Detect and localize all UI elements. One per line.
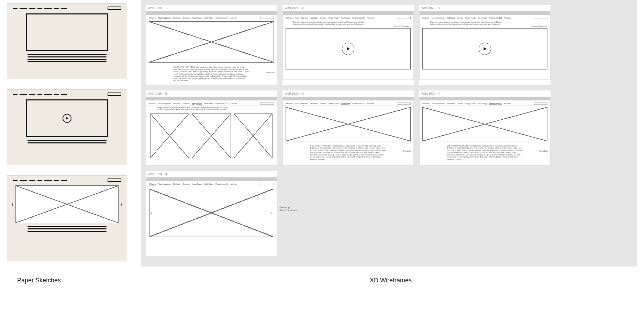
nav-item[interactable]: Exercise [457,17,463,19]
search-input[interactable] [260,183,274,185]
artboard-web-1920-2[interactable]: Web 1920 – 2 WelcomeAbout HappinessMedit… [282,5,414,85]
search-pill[interactable] [108,93,121,96]
search-input[interactable] [534,17,547,19]
nav-item[interactable]: Relationship 101 [352,102,365,105]
nav-item[interactable]: About Happiness [295,17,308,19]
nav-item[interactable]: Welcome [286,17,293,19]
artboard-web-1920-5[interactable]: Web 1920 – 5 WelcomeAbout HappinessMedit… [146,90,277,165]
nav-item[interactable]: Exercise [183,102,190,105]
nav-item[interactable]: Relationship 101 [215,17,228,19]
artboard-web-1920-3[interactable]: Web 1920 – 3 WelcomeAbout HappinessMedit… [146,171,277,256]
nav-item[interactable]: Activities [231,17,237,19]
nav-item[interactable]: Meditation [310,17,318,19]
artboard-body: WelcomeAbout HappinessMeditationExercise… [282,97,414,165]
nav-bar[interactable]: WelcomeAbout HappinessMeditationExercise… [146,16,277,20]
nav-item[interactable]: Exercise [320,17,326,19]
slider[interactable]: ‹ › [149,189,273,237]
search-input[interactable] [534,102,547,105]
chevron-right-icon[interactable]: › [270,210,272,216]
nav-bar[interactable]: WelcomeAbout HappinessMeditationExercise… [146,102,277,106]
nav-item[interactable]: Meditation [173,17,181,19]
video-player[interactable] [286,28,411,69]
artboard-web-1920-7[interactable]: Web 1920 – 7 WelcomeAbout HappinessMedit… [419,90,551,165]
chevron-left-icon[interactable]: ‹ [12,201,13,207]
chevron-right-icon[interactable]: › [121,201,122,207]
search-pill[interactable] [108,7,121,10]
nav-item[interactable]: Meditation [310,102,318,105]
nav-item[interactable]: Welcome [149,102,156,105]
nav-bar[interactable]: WelcomeAbout HappinessMeditationExercise… [283,102,413,106]
nav-item[interactable]: Work Happy [341,102,350,105]
nav-item[interactable]: Welcome [286,102,293,105]
nav-item[interactable]: About Happiness [158,102,171,105]
slider-placeholder[interactable]: ‹ › [15,185,119,223]
play-icon[interactable] [342,43,354,55]
nav-item[interactable]: Work Happy [204,183,213,185]
nav-item[interactable]: Work Happy [478,17,487,19]
video-player[interactable] [422,28,547,69]
nav-item[interactable]: Relationship 101 [489,102,502,105]
artboard-body: WelcomeAbout HappinessMeditationExercise… [146,177,277,256]
nav-item[interactable]: Work Happy [204,17,213,19]
nav-item[interactable]: Happy Foods [192,183,202,185]
nav-item[interactable]: Work Happy [478,102,487,105]
nav-item[interactable]: Exercise [457,102,463,105]
nav-item[interactable]: Exercise [183,183,190,185]
artboard-web-1920-1[interactable]: Web 1920 – 1 WelcomeAbout HappinessMedit… [146,5,277,85]
nav-bar[interactable]: WelcomeAbout HappinessMeditationExercise… [146,182,277,186]
nav-bar[interactable]: WelcomeAbout HappinessMeditationExercise… [420,102,550,106]
parallax-annotation: (Parallax) [402,150,411,152]
nav-item[interactable]: Work Happy [204,102,213,105]
nav-bar[interactable]: WelcomeAbout HappinessMeditationExercise… [283,16,413,20]
video-placeholder[interactable] [26,99,108,137]
search-input[interactable] [397,17,411,19]
play-icon[interactable] [479,43,491,55]
nav-item[interactable]: About Happiness [158,183,171,185]
nav-item[interactable]: Activities [367,102,374,105]
nav-item[interactable]: Happy Foods [192,17,202,19]
nav-item[interactable]: Activities [231,102,237,105]
artboard-web-1920-6[interactable]: Web 1920 – 6 WelcomeAbout HappinessMedit… [282,90,414,165]
search-pill[interactable] [108,178,121,182]
nav-item[interactable]: About Happiness [295,102,308,105]
nav-item[interactable]: Activities [367,17,374,19]
browser-bar [420,11,550,15]
search-input[interactable] [260,17,274,19]
nav-item[interactable]: Meditation [447,102,455,105]
text-lines [11,54,123,62]
nav-item[interactable]: Meditation [173,183,181,185]
caption-xd-wireframes: XD Wireframes [155,277,627,284]
chevron-left-icon[interactable]: ‹ [151,210,153,216]
nav-item[interactable]: Happy Foods [465,102,476,105]
nav-item[interactable]: Activities [504,102,511,105]
play-icon[interactable] [63,114,71,123]
nav-item[interactable]: About Happiness [432,102,445,105]
search-input[interactable] [397,102,411,105]
nav-item[interactable]: Welcome [422,102,430,105]
nav-item[interactable]: Exercise [183,17,190,19]
nav-item[interactable]: Welcome [422,17,430,19]
nav-bar[interactable]: WelcomeAbout HappinessMeditationExercise… [420,16,550,20]
nav-item[interactable]: Relationship 101 [215,183,228,185]
nav-item[interactable]: Activities [231,183,237,185]
nav-item[interactable]: Relationship 101 [352,17,365,19]
nav-item[interactable]: About Happiness [432,17,445,19]
nav-item[interactable]: Happy Foods [329,102,339,105]
nav-item[interactable]: Relationship 101 [215,102,228,105]
jquery-annotation: jQuery Animation [394,25,410,27]
nav-item[interactable]: Activities [504,17,511,19]
nav-item[interactable]: Relationship 101 [489,17,502,19]
search-input[interactable] [260,102,274,105]
artboard-web-1920-4[interactable]: Web 1920 – 4 WelcomeAbout HappinessMedit… [419,5,551,85]
nav-item[interactable]: Work Happy [341,17,350,19]
nav-item[interactable]: Exercise [320,102,326,105]
nav-item[interactable]: About Happiness [158,17,171,19]
nav-item[interactable]: Happy Foods [465,17,476,19]
nav-item[interactable]: Welcome [149,17,156,19]
nav-item[interactable]: Happy Foods [192,102,202,105]
nav-item[interactable]: Meditation [447,17,455,19]
nav-item[interactable]: Meditation [173,102,181,105]
text-lines [11,140,123,143]
nav-item[interactable]: Welcome [149,183,156,185]
nav-item[interactable]: Happy Foods [329,17,339,19]
